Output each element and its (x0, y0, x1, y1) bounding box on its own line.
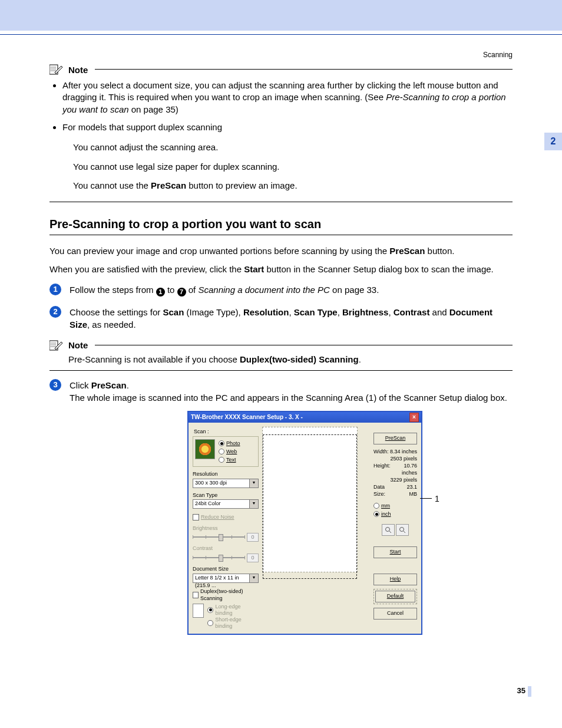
chevron-down-icon[interactable]: ▼ (250, 479, 259, 488)
dialog-title: TW-Brother XXXX Scanner Setup - 3. X - (191, 412, 303, 423)
docsize-select[interactable]: Letter 8 1/2 x 11 in (215.9 ...▼ (193, 574, 259, 583)
callout-1: 1 (435, 493, 439, 505)
radio-long-edge: Long-edge binding (207, 604, 259, 617)
reduce-noise-check: Reduce Noise (193, 513, 259, 521)
scantype-select[interactable]: 24bit Color▼ (193, 499, 259, 509)
zoom-out-button[interactable] (382, 524, 395, 536)
svg-point-11 (400, 527, 404, 531)
note-text: For models that support duplex scanning (62, 122, 222, 132)
page-number: 35 (517, 686, 525, 695)
note-rule (49, 202, 513, 202)
note-text: on page 35) (129, 104, 178, 114)
black-circle-1: 1 (156, 288, 165, 297)
note-line (95, 345, 513, 346)
resolution-label: Resolution (193, 470, 259, 478)
radio-web[interactable]: Web (219, 447, 240, 456)
body-text: When you are satisfied with the preview,… (49, 263, 513, 275)
note-header-2: Note (49, 340, 513, 351)
black-circle-7: 7 (177, 288, 186, 297)
brightness-label: Brightness (193, 525, 259, 532)
svg-line-10 (389, 531, 391, 533)
radio-short-edge: Short-edge binding (207, 617, 259, 630)
zoom-controls (373, 524, 417, 536)
start-button[interactable]: Start (373, 546, 417, 558)
breadcrumb: Scanning (483, 51, 513, 59)
photo-thumb (195, 439, 215, 459)
note-text: Pre-Scanning is not available if you cho… (68, 354, 513, 364)
radio-text[interactable]: Text (219, 456, 240, 464)
section-rule (49, 235, 513, 235)
radio-inch[interactable]: inch (373, 510, 417, 518)
scan-label: Scan : (194, 428, 259, 436)
scanner-setup-dialog: TW-Brother XXXX Scanner Setup - 3. X - ×… (187, 411, 423, 635)
note-sub-text: You cannot adjust the scanning area. (73, 139, 513, 156)
radio-mm[interactable]: mm (373, 502, 417, 510)
note-list: After you select a document size, you ca… (49, 80, 513, 195)
chevron-down-icon[interactable]: ▼ (250, 574, 259, 583)
duplex-icon (193, 604, 204, 618)
scantype-label: Scan Type (193, 492, 259, 499)
chapter-tab: 2 (544, 133, 562, 150)
note-title: Note (68, 340, 88, 350)
scanning-area[interactable] (262, 427, 358, 572)
zoom-in-button[interactable] (396, 524, 409, 536)
svg-point-9 (386, 527, 390, 531)
note-icon (49, 64, 64, 75)
top-rule (0, 34, 562, 35)
note-header: Note (49, 64, 513, 75)
docsize-label: Document Size (193, 565, 259, 573)
top-band (0, 0, 562, 31)
svg-line-12 (404, 531, 405, 533)
note-icon (49, 340, 64, 351)
step-2: Choose the settings for Scan (Image Type… (49, 306, 513, 331)
note-title: Note (68, 65, 88, 75)
image-type-group: Photo Web Text (193, 436, 259, 467)
dialog-titlebar: TW-Brother XXXX Scanner Setup - 3. X - × (189, 412, 421, 423)
chevron-down-icon[interactable]: ▼ (250, 499, 259, 509)
step-link[interactable]: Scanning a document into the PC (198, 285, 329, 295)
duplex-check[interactable]: Duplex(two-sided) Scanning (193, 588, 259, 602)
step-1: Follow the steps from 1 to 7 of Scanning… (49, 284, 513, 297)
contrast-label: Contrast (193, 545, 259, 552)
help-button[interactable]: Help (373, 574, 417, 585)
brightness-slider: 0 (193, 533, 259, 541)
cancel-button[interactable]: Cancel (373, 608, 417, 620)
section-heading: Pre-Scanning to crop a portion you want … (49, 218, 513, 231)
page-num-bar (528, 686, 531, 697)
radio-photo[interactable]: Photo (219, 439, 240, 447)
note-rule (49, 370, 513, 371)
note-sub-text: You cannot use the PreScan button to pre… (73, 177, 513, 195)
note-sub-text: You cannot use legal size paper for dupl… (73, 159, 513, 176)
step-3: Click PreScan. The whole image is scanne… (49, 379, 513, 635)
default-button[interactable]: Default (375, 591, 415, 602)
note-line (95, 69, 513, 70)
prescan-button[interactable]: PreScan (373, 433, 417, 444)
resolution-select[interactable]: 300 x 300 dpi▼ (193, 479, 259, 488)
close-icon[interactable]: × (409, 413, 419, 422)
callout-line (420, 498, 432, 499)
body-text: You can preview your image and crop unwa… (49, 245, 513, 257)
contrast-slider: 0 (193, 554, 259, 562)
